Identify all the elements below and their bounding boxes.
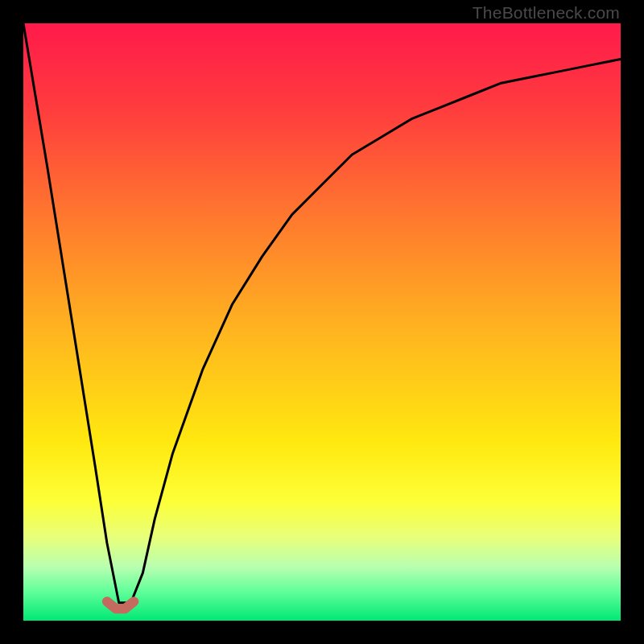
bottleneck-curve xyxy=(23,23,621,603)
chart-frame: TheBottleneck.com xyxy=(0,0,644,644)
watermark-text: TheBottleneck.com xyxy=(473,3,620,23)
curve-layer xyxy=(23,23,621,621)
